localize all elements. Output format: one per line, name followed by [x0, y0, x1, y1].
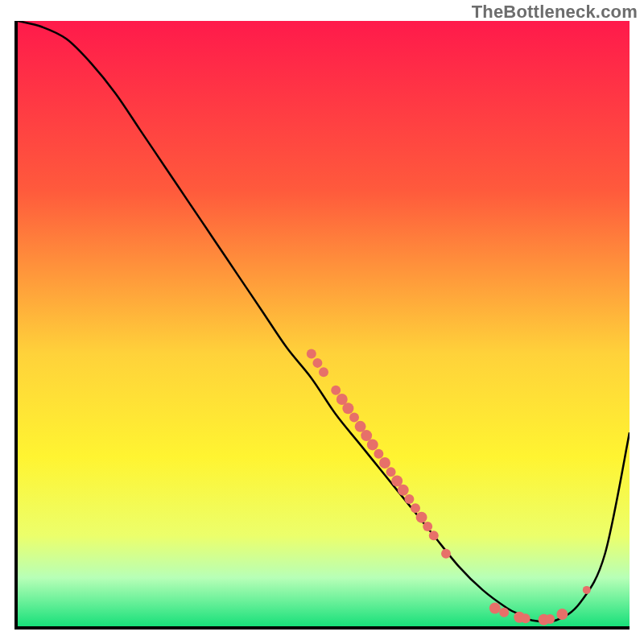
- data-point: [416, 512, 427, 523]
- bottleneck-curve: [18, 21, 630, 621]
- data-point: [386, 467, 396, 477]
- data-point: [398, 485, 409, 496]
- data-point: [489, 602, 501, 613]
- data-point: [429, 530, 439, 540]
- data-point: [342, 402, 353, 414]
- data-point: [411, 503, 420, 513]
- data-point: [307, 349, 316, 359]
- data-points: [307, 349, 591, 625]
- data-point: [423, 522, 432, 531]
- plot-area: [14, 21, 630, 630]
- data-point: [331, 386, 341, 395]
- data-point: [521, 613, 530, 623]
- data-point: [367, 439, 378, 450]
- chart-stage: TheBottleneck.com: [0, 0, 644, 644]
- data-point: [556, 609, 568, 620]
- watermark-text: TheBottleneck.com: [472, 2, 638, 23]
- data-point: [404, 494, 414, 504]
- data-point: [374, 449, 383, 459]
- data-point: [319, 367, 328, 377]
- data-point: [349, 413, 359, 423]
- data-point: [545, 614, 555, 624]
- data-point: [312, 358, 322, 368]
- curve-layer: [18, 21, 630, 626]
- data-point: [583, 586, 591, 594]
- data-point: [379, 457, 390, 469]
- data-point: [441, 549, 451, 559]
- data-point: [499, 608, 509, 617]
